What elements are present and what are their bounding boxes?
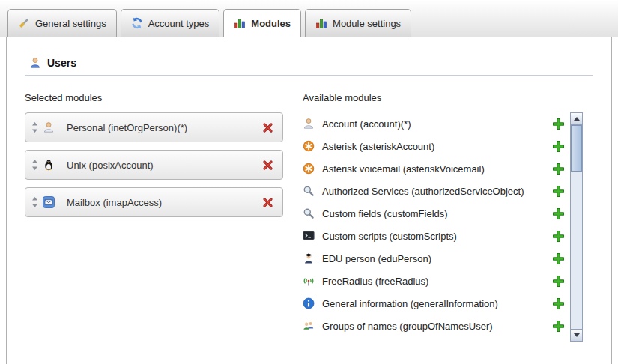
available-module-label: General information (generalInformation) xyxy=(322,298,498,309)
person-icon xyxy=(303,118,315,130)
add-module-icon[interactable] xyxy=(553,231,564,242)
magnifier-icon xyxy=(303,207,315,219)
section-divider xyxy=(25,75,593,76)
available-module-row: Asterisk voicemail (asteriskVoicemail) xyxy=(303,157,569,180)
available-module-label: Asterisk voicemail (asteriskVoicemail) xyxy=(322,163,485,175)
down-arrow-icon xyxy=(574,333,580,337)
selected-modules-column: Selected modules Personal (inetOrgPerson… xyxy=(25,92,283,342)
selected-module-label: Unix (posixAccount) xyxy=(67,160,154,171)
selected-modules-list: Personal (inetOrgPerson)(*)Unix (posixAc… xyxy=(25,112,283,217)
add-module-icon[interactable] xyxy=(553,321,564,332)
available-module-label: EDU person (eduPerson) xyxy=(322,253,431,264)
scrollbar-down-button[interactable] xyxy=(571,329,582,341)
available-module-label: Custom scripts (customScripts) xyxy=(322,231,457,242)
available-modules-label: Available modules xyxy=(303,92,593,103)
antenna-icon xyxy=(303,275,315,287)
remove-module-icon[interactable] xyxy=(262,160,273,171)
available-module-row: Asterisk (asteriskAccount) xyxy=(303,135,569,157)
add-module-icon[interactable] xyxy=(553,253,564,264)
available-module-row: Custom fields (customFields) xyxy=(303,202,569,225)
available-module-row: Account (account)(*) xyxy=(303,112,569,135)
terminal-icon xyxy=(303,230,315,242)
tab-module-settings[interactable]: Module settings xyxy=(305,9,411,37)
tab-label: Modules xyxy=(251,18,291,29)
tab-label: Module settings xyxy=(333,18,401,29)
asterisk-icon xyxy=(303,140,315,152)
selected-module-label: Personal (inetOrgPerson)(*) xyxy=(67,122,187,133)
available-module-label: Asterisk (asteriskAccount) xyxy=(322,141,434,152)
selected-module-row[interactable]: Unix (posixAccount) xyxy=(25,150,283,180)
add-module-icon[interactable] xyxy=(553,276,564,287)
available-module-label: Account (account)(*) xyxy=(322,118,411,130)
available-module-label: FreeRadius (freeRadius) xyxy=(322,276,428,287)
remove-module-icon[interactable] xyxy=(262,197,273,208)
page-title: Users xyxy=(47,57,76,69)
available-modules-list: Account (account)(*)Asterisk (asteriskAc… xyxy=(303,112,569,337)
add-module-icon[interactable] xyxy=(553,163,564,175)
drag-handle-icon[interactable] xyxy=(31,197,38,207)
drag-handle-icon[interactable] xyxy=(31,122,38,133)
tab-account-types[interactable]: Account types xyxy=(121,9,220,37)
add-module-icon[interactable] xyxy=(553,208,564,219)
selected-module-row[interactable]: Mailbox (imapAccess) xyxy=(25,187,283,217)
available-module-label: Authorized Services (authorizedServiceOb… xyxy=(322,186,524,197)
mail-icon xyxy=(43,196,55,208)
content-panel: Users Selected modules Personal (inetOrg… xyxy=(6,37,612,364)
person-icon xyxy=(43,121,55,133)
available-module-row: FreeRadius (freeRadius) xyxy=(303,270,569,292)
selected-module-label: Mailbox (imapAccess) xyxy=(67,197,162,208)
tab-label: Account types xyxy=(148,18,210,29)
selected-module-row[interactable]: Personal (inetOrgPerson)(*) xyxy=(25,112,283,142)
drag-handle-icon[interactable] xyxy=(31,160,38,170)
modules-columns: Selected modules Personal (inetOrgPerson… xyxy=(25,92,593,342)
available-module-row: EDU person (eduPerson) xyxy=(303,247,569,270)
available-module-label: Groups of names (groupOfNamesUser) xyxy=(322,321,493,332)
add-module-icon[interactable] xyxy=(553,186,564,197)
available-module-row: Authorized Services (authorizedServiceOb… xyxy=(303,180,569,202)
scrollbar[interactable] xyxy=(570,112,583,342)
available-modules-body: Account (account)(*)Asterisk (asteriskAc… xyxy=(303,112,593,342)
available-module-row: Groups of names (groupOfNamesUser) xyxy=(303,315,569,337)
tab-modules[interactable]: Modules xyxy=(223,9,301,37)
scrollbar-track[interactable] xyxy=(571,125,582,329)
available-module-label: Custom fields (customFields) xyxy=(322,208,448,219)
available-modules-column: Available modules Account (account)(*)As… xyxy=(303,92,593,342)
selected-modules-label: Selected modules xyxy=(25,92,283,103)
add-module-icon[interactable] xyxy=(553,118,564,130)
tab-bar: General settingsAccount typesModulesModu… xyxy=(0,0,618,37)
penguin-icon xyxy=(43,159,55,171)
available-module-row: General information (generalInformation) xyxy=(303,292,569,315)
tab-label: General settings xyxy=(35,18,106,29)
up-arrow-icon xyxy=(574,117,580,121)
group-icon xyxy=(303,320,315,332)
section-header: Users xyxy=(25,57,593,69)
tab-general-settings[interactable]: General settings xyxy=(7,9,117,37)
remove-module-icon[interactable] xyxy=(262,122,273,133)
available-module-row: Custom scripts (customScripts) xyxy=(303,225,569,247)
user-icon xyxy=(29,57,41,69)
chart-icon xyxy=(315,17,327,29)
add-module-icon[interactable] xyxy=(553,141,564,152)
scrollbar-thumb[interactable] xyxy=(571,125,582,172)
edu-person-icon xyxy=(303,252,315,264)
scrollbar-up-button[interactable] xyxy=(571,113,582,125)
add-module-icon[interactable] xyxy=(553,298,564,309)
info-icon xyxy=(303,297,315,309)
asterisk-icon xyxy=(303,163,315,175)
sync-icon xyxy=(131,17,143,29)
magnifier-icon xyxy=(303,185,315,197)
tools-icon xyxy=(18,17,30,29)
chart-icon xyxy=(234,17,246,29)
